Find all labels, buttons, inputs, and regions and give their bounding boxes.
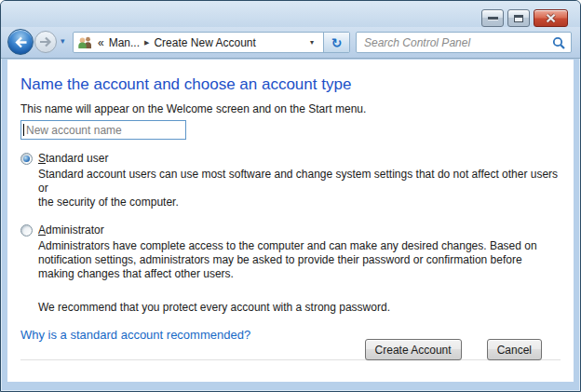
subtitle: This name will appear on the Welcome scr… xyxy=(20,102,561,115)
cancel-button[interactable]: Cancel xyxy=(487,339,542,360)
account-name-field xyxy=(20,120,186,140)
search-input[interactable] xyxy=(362,35,552,50)
radio-row-standard-user[interactable]: Standard user xyxy=(20,152,561,165)
radio-label-administrator: Administrator xyxy=(38,223,104,237)
caption-buttons xyxy=(481,9,568,27)
close-icon xyxy=(545,13,557,23)
breadcrumb-separator-icon: ▶ xyxy=(144,39,149,47)
search-box xyxy=(356,32,572,53)
account-name-input[interactable] xyxy=(20,120,186,140)
create-account-button[interactable]: Create Account xyxy=(365,339,462,360)
user-accounts-icon xyxy=(77,35,93,49)
minimize-button[interactable] xyxy=(481,9,504,27)
close-button[interactable] xyxy=(534,9,568,27)
option-standard-user: Standard user Standard account users can… xyxy=(20,152,561,210)
refresh-button[interactable]: ↻ xyxy=(323,33,349,52)
administrator-description: Administrators have complete access to t… xyxy=(38,239,561,281)
radio-button-standard-user[interactable] xyxy=(20,153,33,165)
minimize-icon xyxy=(488,17,498,20)
maximize-button[interactable] xyxy=(507,9,530,27)
breadcrumb-item-manage-accounts[interactable]: Man... xyxy=(109,36,140,49)
refresh-icon: ↻ xyxy=(331,35,343,50)
radio-row-administrator[interactable]: Administrator xyxy=(20,223,561,237)
breadcrumb-item-current[interactable]: Create New Account xyxy=(154,36,255,49)
window: ▾ « Man... ▶ Create New Account ▾ ↻ Name… xyxy=(0,0,581,392)
breadcrumb-overflow-button[interactable]: « xyxy=(98,36,104,49)
text-caret xyxy=(23,124,24,136)
forward-arrow-icon xyxy=(39,36,52,47)
radio-label-standard-user: Standard user xyxy=(38,152,108,165)
password-recommendation: We recommend that you protect every acco… xyxy=(38,301,561,314)
recent-pages-dropdown[interactable]: ▾ xyxy=(61,36,65,46)
page-title: Name the account and choose an account t… xyxy=(20,60,561,94)
standard-user-description: Standard account users can use most soft… xyxy=(38,168,561,210)
back-button[interactable] xyxy=(7,29,34,55)
back-arrow-icon xyxy=(14,36,28,48)
option-administrator: Administrator Administrators have comple… xyxy=(20,223,561,281)
breadcrumb-dropdown-button[interactable]: ▾ xyxy=(310,38,318,47)
breadcrumb-main: « Man... ▶ Create New Account ▾ xyxy=(74,33,323,52)
page-content: Name the account and choose an account t… xyxy=(7,60,574,382)
breadcrumb: « Man... ▶ Create New Account ▾ ↻ xyxy=(73,32,350,53)
search-icon xyxy=(552,36,565,49)
forward-button[interactable] xyxy=(34,31,57,53)
button-row: Create Account Cancel xyxy=(365,339,542,360)
maximize-icon xyxy=(514,15,523,22)
radio-button-administrator[interactable] xyxy=(20,224,33,237)
